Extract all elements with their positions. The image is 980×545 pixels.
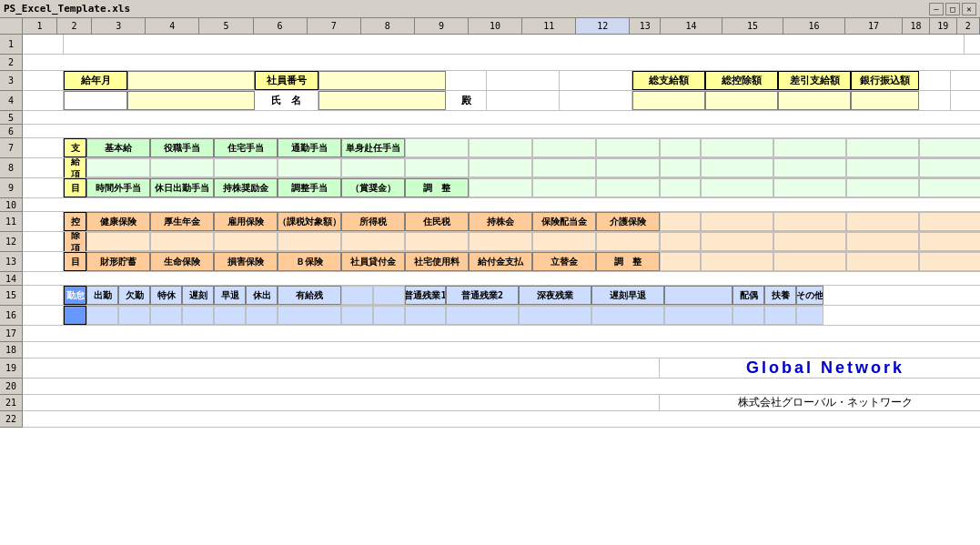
chikoku-soutai-value[interactable]	[591, 306, 664, 325]
tsukin-value[interactable]	[278, 158, 341, 177]
r13c15[interactable]	[846, 252, 919, 271]
col-header-9[interactable]: 9	[415, 18, 469, 34]
koyo-value[interactable]	[214, 232, 278, 251]
shotoku-value[interactable]	[341, 232, 405, 251]
r10-empty[interactable]	[23, 198, 980, 211]
col-header-20[interactable]: 2	[957, 18, 980, 34]
r1-end[interactable]	[965, 35, 980, 54]
r16c10[interactable]	[341, 306, 373, 325]
sashihiki-value[interactable]	[778, 91, 851, 110]
r13c12[interactable]	[660, 252, 701, 271]
r7c13[interactable]	[701, 138, 773, 157]
so-shikyu-value[interactable]	[632, 91, 705, 110]
r4-space2[interactable]	[560, 91, 632, 110]
r8c13[interactable]	[701, 158, 773, 177]
col-header-16[interactable]: 16	[783, 18, 845, 34]
r8c16[interactable]	[919, 158, 980, 177]
col-header-10[interactable]: 10	[469, 18, 522, 34]
col-header-2[interactable]: 2	[57, 18, 92, 34]
kekkin-value[interactable]	[118, 306, 150, 325]
col-header-17[interactable]: 17	[845, 18, 903, 34]
r12c1[interactable]	[23, 232, 64, 251]
tokukyu-value[interactable]	[150, 306, 182, 325]
r4-end[interactable]	[919, 91, 951, 110]
r7c14[interactable]	[773, 138, 846, 157]
shukkin-value[interactable]	[86, 306, 118, 325]
yakushoku-value[interactable]	[150, 158, 214, 177]
r4-c2[interactable]	[64, 91, 127, 110]
r15c11[interactable]	[373, 286, 405, 305]
col-header-3[interactable]: 3	[92, 18, 146, 34]
r7c16[interactable]	[919, 138, 980, 157]
hoken-haito-value[interactable]	[532, 232, 596, 251]
yukyu-value[interactable]	[278, 306, 341, 325]
r8c15[interactable]	[846, 158, 919, 177]
col-header-4[interactable]: 4	[146, 18, 199, 34]
kaigo-value[interactable]	[596, 232, 660, 251]
r19-empty[interactable]	[23, 358, 660, 378]
r4c1[interactable]	[23, 91, 64, 110]
col-header-1[interactable]: 1	[23, 18, 57, 34]
r3-space3[interactable]	[560, 71, 632, 90]
r20-empty[interactable]	[23, 378, 980, 394]
r11c15[interactable]	[846, 212, 919, 231]
r12c16[interactable]	[919, 232, 980, 251]
r6-empty[interactable]	[23, 125, 980, 137]
r4-c3[interactable]	[127, 91, 255, 110]
col-header-6[interactable]: 6	[254, 18, 308, 34]
r7c10[interactable]	[532, 138, 596, 157]
col-header-7[interactable]: 7	[308, 18, 361, 34]
r8c1[interactable]	[23, 158, 64, 177]
r7c11[interactable]	[596, 138, 660, 157]
shinya-value[interactable]	[519, 306, 591, 325]
col-header-12[interactable]: 12	[576, 18, 630, 34]
r12c12[interactable]	[660, 232, 701, 251]
kihon-value[interactable]	[86, 158, 150, 177]
jutaku-value[interactable]	[214, 158, 278, 177]
kazei-value[interactable]	[278, 232, 341, 251]
chikoku-value[interactable]	[182, 306, 214, 325]
r13c1[interactable]	[23, 252, 64, 271]
r16c1[interactable]	[23, 306, 64, 325]
r12c15[interactable]	[846, 232, 919, 251]
fuyou-value[interactable]	[764, 306, 796, 325]
r13c13[interactable]	[701, 252, 773, 271]
r11c12[interactable]	[660, 212, 701, 231]
r9c12[interactable]	[660, 178, 701, 197]
r16c11[interactable]	[373, 306, 405, 325]
r18-empty[interactable]	[23, 342, 980, 358]
tandoku-value[interactable]	[341, 158, 405, 177]
r16c16[interactable]	[664, 306, 732, 325]
col-header-5[interactable]: 5	[199, 18, 253, 34]
r8c9[interactable]	[469, 158, 532, 177]
col-header-8[interactable]: 8	[361, 18, 415, 34]
kyushutsu-value[interactable]	[246, 306, 278, 325]
mochibuki-kojo-value[interactable]	[469, 232, 532, 251]
r9c14[interactable]	[773, 178, 846, 197]
maximize-button[interactable]: □	[945, 3, 960, 15]
r15c10[interactable]	[341, 286, 373, 305]
r13c16[interactable]	[919, 252, 980, 271]
r13c14[interactable]	[773, 252, 846, 271]
r9c9[interactable]	[469, 178, 532, 197]
r2-empty[interactable]	[23, 55, 980, 70]
col-header-14[interactable]: 14	[661, 18, 722, 34]
so-kojo-value[interactable]	[705, 91, 778, 110]
r3-end[interactable]	[919, 71, 951, 90]
col-header-11[interactable]: 11	[522, 18, 576, 34]
r11c13[interactable]	[701, 212, 773, 231]
r8c8[interactable]	[405, 158, 469, 177]
r11c16[interactable]	[919, 212, 980, 231]
kyuyo-value[interactable]	[127, 71, 255, 90]
r11c14[interactable]	[773, 212, 846, 231]
r12c13[interactable]	[701, 232, 773, 251]
r9c10[interactable]	[532, 178, 596, 197]
r14-empty[interactable]	[23, 272, 980, 285]
r1c1[interactable]	[23, 35, 64, 54]
r8c10[interactable]	[532, 158, 596, 177]
r17-empty[interactable]	[23, 326, 980, 341]
col-header-15[interactable]: 15	[722, 18, 784, 34]
col-header-18[interactable]: 18	[903, 18, 930, 34]
r8c11[interactable]	[596, 158, 660, 177]
col-header-19[interactable]: 19	[930, 18, 957, 34]
